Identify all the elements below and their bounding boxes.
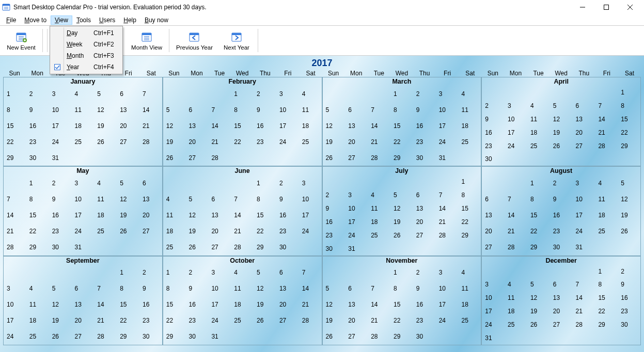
day-cell[interactable]: 25	[299, 134, 322, 150]
day-cell[interactable]: 29	[163, 329, 186, 345]
day-cell[interactable]: 11	[505, 291, 527, 305]
day-cell[interactable]: 16	[254, 118, 276, 134]
day-cell[interactable]: 29	[26, 239, 49, 255]
day-cell[interactable]: 26	[94, 134, 117, 150]
day-cell[interactable]: 16	[413, 118, 436, 134]
day-cell[interactable]: 17	[573, 207, 595, 223]
close-button[interactable]	[618, 0, 642, 14]
day-cell[interactable]: 13	[139, 191, 162, 207]
day-cell[interactable]: 10	[299, 191, 322, 207]
day-cell[interactable]: 18	[595, 207, 618, 223]
day-cell[interactable]: 20	[550, 305, 573, 318]
day-cell[interactable]: 16	[139, 297, 162, 313]
day-cell[interactable]: 11	[299, 102, 322, 118]
day-cell[interactable]: 18	[163, 223, 186, 239]
day-cell[interactable]: 11	[94, 191, 117, 207]
day-cell[interactable]: 17	[49, 118, 72, 134]
day-cell[interactable]: 3	[208, 265, 231, 281]
day-cell[interactable]: 22	[26, 223, 49, 239]
day-cell[interactable]: 20	[208, 223, 231, 239]
day-cell[interactable]: 26	[550, 139, 573, 153]
day-cell[interactable]: 12	[390, 202, 413, 215]
day-cell[interactable]: 18	[458, 118, 481, 134]
day-cell[interactable]: 21	[573, 305, 595, 318]
menu-users[interactable]: Users	[95, 15, 119, 25]
day-cell[interactable]: 25	[458, 313, 481, 329]
day-cell[interactable]: 8	[618, 99, 640, 113]
day-cell[interactable]: 16	[26, 118, 49, 134]
day-cell[interactable]: 16	[482, 126, 505, 139]
day-cell[interactable]: 14	[368, 118, 390, 134]
day-cell[interactable]: 25	[505, 318, 527, 331]
day-cell[interactable]: 30	[550, 239, 573, 255]
day-cell[interactable]: 23	[482, 139, 505, 153]
day-cell[interactable]: 9	[413, 102, 436, 118]
day-cell[interactable]: 13	[482, 207, 505, 223]
day-cell[interactable]: 8	[163, 281, 186, 297]
day-cell[interactable]: 27	[345, 329, 368, 345]
day-cell[interactable]: 17	[345, 215, 368, 229]
day-cell[interactable]: 12	[550, 113, 573, 126]
day-cell[interactable]: 16	[618, 291, 640, 305]
day-cell[interactable]: 20	[413, 215, 436, 229]
day-cell[interactable]: 7	[208, 102, 231, 118]
day-cell[interactable]: 8	[254, 191, 276, 207]
day-cell[interactable]: 21	[299, 297, 322, 313]
day-cell[interactable]: 27	[71, 329, 94, 345]
view-menu-day[interactable]: DayCtrl+F1	[51, 27, 121, 39]
view-menu-week[interactable]: WeekCtrl+F2	[51, 39, 121, 50]
day-cell[interactable]: 20	[482, 223, 505, 239]
day-cell[interactable]: 26	[323, 150, 345, 166]
day-cell[interactable]: 24	[482, 318, 505, 331]
day-cell[interactable]: 31	[345, 242, 368, 255]
day-cell[interactable]: 26	[527, 318, 550, 331]
day-cell[interactable]: 27	[573, 139, 595, 153]
day-cell[interactable]: 17	[4, 313, 26, 329]
day-cell[interactable]: 30	[49, 239, 72, 255]
day-cell[interactable]: 5	[117, 175, 139, 191]
day-cell[interactable]: 30	[323, 242, 345, 255]
day-cell[interactable]: 17	[71, 207, 94, 223]
day-cell[interactable]: 4	[231, 265, 254, 281]
day-cell[interactable]: 2	[254, 86, 276, 102]
day-cell[interactable]: 12	[49, 297, 72, 313]
day-cell[interactable]: 1	[26, 175, 49, 191]
day-cell[interactable]: 8	[231, 102, 254, 118]
day-cell[interactable]: 4	[458, 265, 481, 281]
minimize-button[interactable]	[571, 0, 594, 14]
day-cell[interactable]: 10	[49, 102, 72, 118]
day-cell[interactable]: 14	[139, 102, 162, 118]
day-cell[interactable]: 26	[323, 329, 345, 345]
day-cell[interactable]: 8	[26, 191, 49, 207]
day-cell[interactable]: 2	[49, 175, 72, 191]
day-cell[interactable]: 6	[482, 191, 505, 207]
day-cell[interactable]: 1	[390, 265, 413, 281]
day-cell[interactable]: 30	[413, 150, 436, 166]
day-cell[interactable]: 7	[595, 99, 618, 113]
day-cell[interactable]: 29	[390, 329, 413, 345]
day-cell[interactable]: 14	[505, 207, 527, 223]
day-cell[interactable]: 27	[208, 239, 231, 255]
day-cell[interactable]: 10	[573, 191, 595, 207]
day-cell[interactable]: 5	[323, 102, 345, 118]
day-cell[interactable]: 25	[26, 329, 49, 345]
day-cell[interactable]: 20	[117, 118, 139, 134]
day-cell[interactable]: 20	[276, 297, 299, 313]
day-cell[interactable]: 4	[505, 278, 527, 292]
day-cell[interactable]: 18	[71, 118, 94, 134]
day-cell[interactable]: 13	[345, 118, 368, 134]
day-cell[interactable]: 2	[323, 188, 345, 202]
day-cell[interactable]: 22	[527, 223, 550, 239]
day-cell[interactable]: 20	[139, 207, 162, 223]
day-cell[interactable]: 5	[323, 281, 345, 297]
day-cell[interactable]: 20	[573, 126, 595, 139]
day-cell[interactable]: 5	[186, 191, 209, 207]
day-cell[interactable]: 9	[254, 102, 276, 118]
day-cell[interactable]: 19	[163, 134, 186, 150]
day-cell[interactable]: 25	[527, 139, 550, 153]
day-cell[interactable]: 8	[527, 191, 550, 207]
menu-move-to[interactable]: Move to	[20, 15, 51, 25]
day-cell[interactable]: 31	[482, 331, 505, 345]
day-cell[interactable]: 12	[254, 281, 276, 297]
day-cell[interactable]: 24	[276, 134, 299, 150]
